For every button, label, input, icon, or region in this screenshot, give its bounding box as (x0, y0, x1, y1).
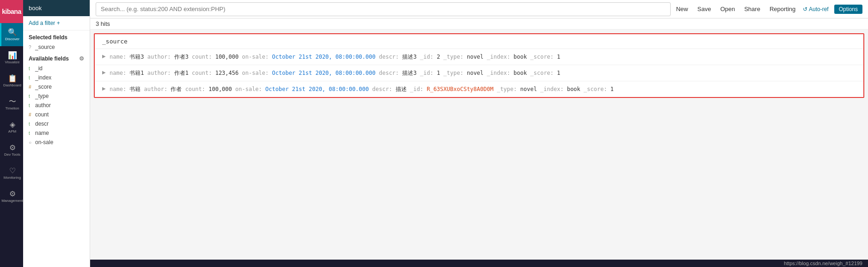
devtools-label: Dev Tools (4, 152, 20, 157)
field-name: _index (35, 74, 51, 81)
available-field-count[interactable]: # count (23, 110, 90, 119)
options-button[interactable]: Options (834, 5, 862, 14)
results-panel: _source ▶ name: 书籍3 author: 作者3 count: 1… (90, 30, 868, 260)
bottom-bar: https://blog.csdn.ne/weigh_#12199 (90, 260, 868, 267)
table-row: ▶ name: 书籍1 author: 作者1 count: 123,456 o… (95, 65, 863, 81)
available-field-on-sale[interactable]: ○ on-sale (23, 138, 90, 147)
sidebar-item-management[interactable]: ⚙ Management (0, 185, 23, 208)
field-name: _type (35, 93, 49, 99)
app-logo-text: kibana (2, 8, 21, 15)
available-field-descr[interactable]: t descr (23, 119, 90, 128)
result-content: name: 书籍 author: 作者 count: 100,000 on-sa… (110, 85, 856, 93)
share-button[interactable]: Share (742, 5, 762, 13)
content-area: _source ▶ name: 书籍3 author: 作者3 count: 1… (90, 30, 868, 260)
field-type-icon: t (29, 121, 33, 127)
expand-arrow[interactable]: ▶ (102, 54, 106, 59)
field-sidebar: book Add a filter + Selected fields ? _s… (23, 0, 90, 267)
management-icon: ⚙ (9, 190, 16, 198)
bottom-url: https://blog.csdn.ne/weigh_#12199 (784, 261, 862, 266)
reporting-button[interactable]: Reporting (768, 5, 797, 13)
field-type-icon: t (29, 66, 33, 71)
save-button[interactable]: Save (696, 5, 713, 13)
sidebar-item-timelion[interactable]: 〜 Timelion (0, 92, 23, 115)
visualize-label: Visualize (5, 60, 20, 64)
hits-count: 3 hits (96, 20, 110, 27)
visualize-icon: 📊 (8, 52, 17, 59)
dashboard-icon: 📋 (8, 75, 17, 82)
hits-bar: 3 hits (90, 18, 868, 30)
auto-refresh-button[interactable]: ↺ Auto-ref (803, 6, 828, 12)
app-logo: kibana (0, 0, 23, 23)
field-name: on-sale (35, 139, 53, 146)
field-type-icon: ○ (29, 140, 33, 145)
field-name: count (35, 111, 49, 118)
available-field-name[interactable]: t name (23, 128, 90, 138)
timelion-icon: 〜 (9, 98, 16, 105)
selected-fields-header: Selected fields (23, 30, 90, 42)
top-nav-buttons: New Save Open Share Reporting ↺ Auto-ref… (674, 5, 862, 14)
management-label: Management (1, 199, 23, 203)
index-name: book (29, 5, 42, 12)
discover-label: Discover (5, 37, 19, 41)
selected-field-_source[interactable]: ? _source (23, 42, 90, 52)
expand-arrow[interactable]: ▶ (102, 70, 106, 75)
field-name: _id (35, 65, 43, 72)
field-name: author (35, 102, 51, 109)
new-button[interactable]: New (674, 5, 690, 13)
discover-icon: 🔍 (8, 29, 17, 36)
field-type-icon: # (29, 85, 33, 90)
field-type-icon: t (29, 75, 33, 80)
result-content: name: 书籍3 author: 作者3 count: 100,000 on-… (110, 53, 856, 61)
sidebar-item-visualize[interactable]: 📊 Visualize (0, 46, 23, 69)
monitoring-label: Monitoring (4, 176, 21, 180)
main-content: New Save Open Share Reporting ↺ Auto-ref… (90, 0, 868, 267)
top-bar: New Save Open Share Reporting ↺ Auto-ref… (90, 0, 868, 18)
results-rows: ▶ name: 书籍3 author: 作者3 count: 100,000 o… (95, 49, 863, 97)
open-button[interactable]: Open (718, 5, 737, 13)
available-field-_score[interactable]: # _score (23, 82, 90, 91)
available-field-_index[interactable]: t _index (23, 73, 90, 82)
field-type-icon: t (29, 131, 33, 136)
sidebar-item-dashboard[interactable]: 📋 Dashboard (0, 69, 23, 92)
sidebar-item-discover[interactable]: 🔍 Discover (0, 23, 23, 46)
result-content: name: 书籍1 author: 作者1 count: 123,456 on-… (110, 69, 856, 77)
devtools-icon: ⚙ (9, 144, 16, 152)
source-header: _source (95, 34, 863, 49)
field-type-icon: # (29, 112, 33, 117)
expand-arrow[interactable]: ▶ (102, 86, 106, 91)
nav-sidebar: kibana 🔍 Discover📊 Visualize📋 Dashboard〜… (0, 0, 23, 267)
available-field-author[interactable]: t author (23, 101, 90, 110)
sidebar-item-devtools[interactable]: ⚙ Dev Tools (0, 139, 23, 162)
monitoring-icon: ♡ (9, 167, 16, 175)
available-field-_type[interactable]: t _type (23, 91, 90, 101)
search-input[interactable] (96, 2, 671, 16)
apm-icon: ◈ (10, 121, 15, 128)
field-name: _source (35, 44, 55, 50)
field-name: name (35, 130, 49, 136)
timelion-label: Timelion (6, 106, 19, 110)
table-row: ▶ name: 书籍3 author: 作者3 count: 100,000 o… (95, 49, 863, 65)
dashboard-label: Dashboard (3, 83, 21, 87)
add-filter-button[interactable]: Add a filter + (23, 16, 90, 30)
index-selector[interactable]: book (23, 0, 90, 16)
apm-label: APM (8, 129, 16, 134)
available-fields-header: Available fields ⚙ (23, 52, 90, 64)
field-name: descr (35, 121, 49, 127)
gear-icon[interactable]: ⚙ (79, 55, 84, 62)
sidebar-item-apm[interactable]: ◈ APM (0, 115, 23, 139)
results-box: _source ▶ name: 书籍3 author: 作者3 count: 1… (94, 33, 864, 98)
table-row: ▶ name: 书籍 author: 作者 count: 100,000 on-… (95, 81, 863, 97)
field-name: _score (35, 84, 52, 90)
available-field-_id[interactable]: t _id (23, 64, 90, 73)
field-type-icon: t (29, 94, 33, 99)
sidebar-item-monitoring[interactable]: ♡ Monitoring (0, 162, 23, 185)
field-type-icon: t (29, 103, 33, 108)
field-type-icon: ? (29, 45, 33, 50)
